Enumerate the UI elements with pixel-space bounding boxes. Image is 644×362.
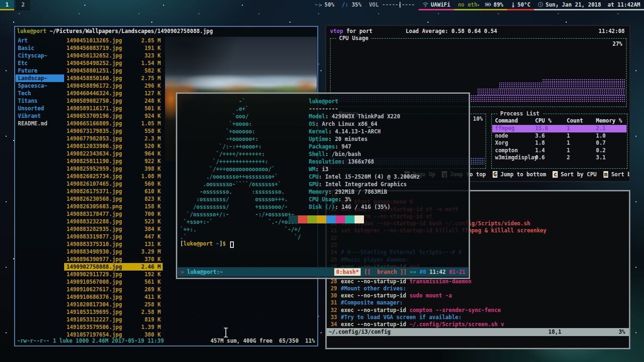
tmux-window-info: 0:bash* [[ branch ]] »» #0 11:42 01-21 bbox=[334, 269, 465, 275]
workspace-button-1[interactable]: 1 bbox=[0, 0, 14, 10]
file-row[interactable]: 1490883178477.jpg700 K bbox=[64, 210, 163, 218]
vim-line: 30exec --no-startup-id sudo mount -a bbox=[329, 292, 629, 299]
dir-item[interactable]: Landscap~ bbox=[16, 74, 64, 82]
ranger-user: luke@port bbox=[17, 28, 46, 34]
vim-scroll-percent: 3% bbox=[619, 328, 625, 336]
file-row[interactable]: 1490826230568.jpg823 K bbox=[64, 195, 163, 203]
file-row[interactable]: 1490456132652.jpg323 K bbox=[64, 52, 163, 59]
hotkey-key[interactable]: m bbox=[603, 171, 609, 178]
shell-prompt: [luke@port ~]$ bbox=[180, 240, 226, 247]
bar-module-disk-home[interactable]: ~: 50% bbox=[311, 0, 339, 10]
neofetch-info-row: Packages: 947 bbox=[309, 143, 420, 150]
neofetch-info-row: Disk (/): 14G / 41G (35%) bbox=[309, 203, 420, 211]
dir-item[interactable]: Cityscap~ bbox=[16, 52, 64, 59]
file-row[interactable]: 1491053579506.jpg1.39 M bbox=[64, 323, 163, 331]
ranger-file-list: 1490451013265.jpg2.85 M1490456083719.jpg… bbox=[64, 37, 163, 338]
tmux-status-bar: » luke@port:~ 0:bash* [[ branch ]] »» #0… bbox=[178, 267, 468, 277]
dir-item[interactable]: Art bbox=[16, 37, 64, 44]
file-row[interactable]: 1490451013265.jpg2.85 M bbox=[64, 37, 163, 44]
file-row[interactable]: 1490589116171.jpg501 K bbox=[64, 105, 163, 112]
file-row[interactable]: 1490910686376.jpg411 K bbox=[64, 293, 163, 301]
file-row[interactable]: 1490902758088.jpg2.46 M bbox=[64, 263, 163, 271]
neofetch-info-row: Memory: 292MiB / 7863MiB bbox=[309, 188, 420, 196]
cpu-usage-percent: 27% bbox=[612, 41, 622, 47]
workspace-button-2[interactable]: 2 bbox=[16, 0, 30, 10]
neofetch-info-row: Shell: /bin/bash bbox=[309, 150, 420, 158]
file-row[interactable]: 1490665166809.jpg1.05 M bbox=[64, 120, 163, 127]
file-row[interactable]: 1490883282935.jpg384 K bbox=[64, 225, 163, 233]
file-row[interactable]: 1490677982853.jpg2.3 M bbox=[64, 135, 163, 142]
process-list-box: Process List CommandCPU %CountMemory % f… bbox=[491, 114, 627, 169]
workspace-list: 12 bbox=[0, 0, 32, 10]
file-row[interactable]: 1490653709196.jpg924 K bbox=[64, 112, 163, 120]
file-row[interactable]: 1491053139695.jpg2.58 M bbox=[64, 308, 163, 316]
cpu-graph-band bbox=[499, 82, 625, 89]
dir-item[interactable]: Unsorted bbox=[16, 105, 64, 112]
file-row[interactable]: 1490883232288.jpg523 K bbox=[64, 218, 163, 225]
dir-item[interactable]: Tech bbox=[16, 90, 64, 97]
file-row[interactable]: 1490883375310.jpg131 K bbox=[64, 240, 163, 248]
file-row[interactable]: 1491020817304.jpg258 K bbox=[64, 301, 163, 308]
neofetch-info-row: CPU Usage: 3% bbox=[309, 196, 420, 203]
dir-item[interactable]: Future bbox=[16, 67, 64, 74]
neofetch-info-row: Kernel: 4.14.13-1-ARCH bbox=[309, 128, 420, 135]
dir-item[interactable]: Vibrant bbox=[16, 112, 64, 120]
bar-module-wifi[interactable]: UAWiFi bbox=[419, 0, 454, 10]
neofetch-info-row: WM: i3 bbox=[309, 165, 420, 173]
file-row[interactable]: 1490910627617.jpg269 K bbox=[64, 286, 163, 293]
process-row[interactable]: Xorg1.810.7 bbox=[492, 140, 627, 147]
ranger-current-file: 1490902758088.jpg bbox=[157, 28, 213, 34]
ranger-path-title: luke@port ~/Pictures/Wallpapers/Landscap… bbox=[17, 28, 213, 34]
process-table-header: CommandCPU %CountMemory % bbox=[492, 117, 627, 125]
process-row[interactable]: w3mimgdisplay0.623.1 bbox=[492, 154, 627, 162]
file-row[interactable]: 1491053312227.jpg819 K bbox=[64, 316, 163, 323]
file-row[interactable]: 1490822343634.jpg964 K bbox=[64, 150, 163, 157]
file-row[interactable]: 1490883319877.jpg447 K bbox=[64, 233, 163, 240]
terminal-color-swatches bbox=[289, 215, 364, 223]
file-row[interactable]: 1490826107465.jpg560 K bbox=[64, 180, 163, 188]
file-item-readme[interactable]: README.md bbox=[16, 120, 64, 127]
process-row[interactable]: ffmpeg15.612.1 bbox=[492, 125, 627, 132]
bar-module-ethernet[interactable]: no eth bbox=[454, 0, 481, 10]
file-row[interactable]: 1490458801251.jpg582 K bbox=[64, 67, 163, 74]
file-row[interactable]: 1490883498930.jpg3.29 M bbox=[64, 248, 163, 255]
process-row[interactable]: node3.611.0 bbox=[492, 132, 627, 140]
dir-item[interactable]: Titans bbox=[16, 97, 64, 105]
file-row[interactable]: 1490589082750.jpg248 K bbox=[64, 97, 163, 105]
wifi-icon bbox=[422, 2, 429, 7]
color-swatch bbox=[355, 215, 364, 223]
file-row[interactable]: 1490902911729.jpg192 K bbox=[64, 271, 163, 278]
ranger-dir-path: ~/Pictures/Wallpapers/Landscapes/ bbox=[46, 28, 157, 34]
color-swatch bbox=[317, 215, 326, 223]
file-row[interactable]: 1490458896172.jpg296 K bbox=[64, 82, 163, 90]
dir-item[interactable]: Spacesca~ bbox=[16, 82, 64, 90]
file-row[interactable]: 1490826305603.png158 K bbox=[64, 203, 163, 210]
file-row[interactable]: 1490460446324.jpg127 K bbox=[64, 90, 163, 97]
color-swatch bbox=[326, 215, 336, 223]
file-row[interactable]: 1490456083719.jpg191 K bbox=[64, 44, 163, 52]
dir-item[interactable]: Basic bbox=[16, 44, 64, 52]
bar-module-volume[interactable]: VOL -----|---- bbox=[365, 0, 419, 10]
clock-icon bbox=[538, 2, 543, 7]
bar-module-disk-root[interactable]: /: 35% bbox=[338, 0, 365, 10]
file-row[interactable]: 1490826175371.jpg610 K bbox=[64, 188, 163, 195]
file-row[interactable]: 1490458850160.jpg2.75 M bbox=[64, 74, 163, 82]
bar-module-clock[interactable]: Sun, Jan 21, 2018 at 11:42AM bbox=[534, 0, 644, 10]
file-row[interactable]: 1490896390977.jpg370 K bbox=[64, 255, 163, 263]
file-row[interactable]: 1490458498252.jpg1.54 M bbox=[64, 59, 163, 67]
dir-item[interactable]: Etc bbox=[16, 59, 64, 67]
file-row[interactable]: 1490673179835.jpg558 K bbox=[64, 127, 163, 135]
file-row[interactable]: 1490910567008.jpg561 K bbox=[64, 278, 163, 286]
arch-ascii-logo: -` .o+` `ooo/ `+oooo: `+oooooo: -+oooooo… bbox=[180, 98, 301, 241]
bar-module-battery[interactable]: 89% bbox=[481, 0, 507, 10]
memory-percent: 10% bbox=[473, 115, 483, 122]
file-row[interactable]: 1490825811190.jpg922 K bbox=[64, 157, 163, 165]
process-row[interactable]: compton1.410.2 bbox=[492, 147, 627, 155]
file-row[interactable]: 1490825952959.jpg398 K bbox=[64, 165, 163, 173]
file-row[interactable]: 1490812033906.jpg520 K bbox=[64, 142, 163, 150]
bar-module-temperature[interactable]: 50°C bbox=[507, 0, 535, 10]
file-row[interactable]: 1490826025734.jpg1.08 M bbox=[64, 173, 163, 180]
hotkey-key[interactable]: c bbox=[553, 171, 558, 178]
hotkey-key[interactable]: G bbox=[493, 171, 498, 178]
battery-icon bbox=[485, 2, 491, 7]
